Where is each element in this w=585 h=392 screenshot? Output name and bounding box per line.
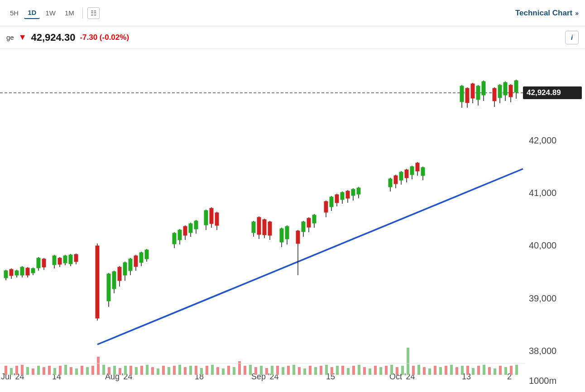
svg-rect-140 [74,254,78,262]
svg-rect-134 [58,258,62,264]
svg-rect-51 [173,366,176,375]
technical-chart-link[interactable]: Technical Chart » [515,9,579,18]
svg-rect-70 [276,366,279,375]
svg-rect-222 [421,167,425,176]
svg-rect-31 [64,365,67,375]
price-bar: ge ▼ 42,924.30 -7.30 (-0.02%) i [0,26,585,49]
info-button[interactable]: i [565,31,579,44]
svg-rect-242 [514,81,518,92]
svg-rect-48 [157,368,159,375]
svg-rect-55 [195,366,197,375]
price-value: 42,924.30 [31,32,76,43]
svg-rect-103 [456,367,458,375]
index-name: ge [6,33,14,41]
svg-rect-142 [96,246,99,318]
svg-rect-128 [37,258,40,268]
svg-rect-44 [135,367,138,375]
svg-rect-84 [352,366,355,375]
candlestick-chart: 42,000 41,000 40,000 39,000 38,000 1000m… [0,49,585,392]
svg-rect-28 [48,366,51,375]
svg-rect-59 [216,367,219,375]
svg-rect-56 [200,368,203,375]
svg-rect-178 [257,217,261,234]
svg-rect-57 [206,366,208,375]
svg-rect-79 [325,365,328,375]
svg-rect-120 [15,271,19,275]
svg-rect-68 [265,368,268,375]
svg-rect-42 [124,366,127,375]
svg-rect-188 [296,231,300,244]
price-change: -7.30 (-0.02%) [80,33,129,42]
svg-rect-113 [510,366,513,375]
svg-rect-111 [499,366,502,375]
svg-rect-170 [204,210,208,225]
svg-text:42,924.89: 42,924.89 [527,88,561,97]
svg-text:40,000: 40,000 [529,240,556,250]
technical-chart-label: Technical Chart [515,9,572,18]
svg-rect-58 [211,365,214,375]
svg-rect-234 [493,88,496,101]
svg-rect-95 [412,366,415,375]
svg-rect-138 [69,255,72,264]
svg-rect-204 [346,191,350,198]
svg-rect-236 [498,85,502,98]
svg-rect-43 [129,366,132,375]
svg-rect-192 [307,218,311,227]
svg-rect-190 [302,222,305,232]
svg-rect-98 [428,368,431,375]
svg-rect-30 [59,366,62,375]
svg-rect-0 [0,49,525,366]
svg-rect-132 [53,256,56,265]
svg-rect-202 [340,192,344,200]
svg-rect-97 [423,367,426,375]
svg-rect-23 [21,365,24,375]
svg-rect-76 [309,366,312,375]
period-1d-button[interactable]: 1D [24,7,40,19]
svg-rect-184 [280,229,283,242]
svg-rect-212 [394,176,398,184]
svg-rect-107 [477,366,480,375]
svg-rect-85 [358,365,360,375]
svg-rect-206 [351,189,355,196]
svg-rect-33 [75,368,78,375]
svg-rect-174 [215,213,219,225]
svg-rect-194 [312,215,316,223]
svg-rect-164 [183,226,187,235]
svg-rect-101 [445,366,447,375]
svg-rect-220 [416,163,419,171]
svg-rect-54 [189,366,192,375]
svg-rect-81 [336,366,339,375]
svg-rect-148 [118,267,121,281]
toolbar: 5H 1D 1W 1M ☷ Technical Chart » [0,0,585,26]
svg-rect-36 [91,366,94,375]
svg-text:39,000: 39,000 [529,293,556,303]
svg-rect-116 [4,271,8,278]
svg-rect-186 [285,226,289,239]
svg-rect-146 [112,272,116,289]
svg-rect-240 [509,85,513,97]
svg-rect-90 [385,366,388,375]
toolbar-divider [82,8,83,19]
svg-rect-34 [81,366,83,375]
svg-rect-47 [151,367,154,375]
svg-rect-25 [32,368,34,375]
news-icon-button[interactable]: ☷ [87,7,100,19]
svg-rect-39 [108,367,110,375]
svg-text:42,000: 42,000 [529,135,556,145]
period-1m-button[interactable]: 1M [61,7,78,19]
svg-rect-52 [178,365,181,375]
period-1w-button[interactable]: 1W [42,7,59,19]
svg-rect-86 [363,367,366,375]
svg-rect-144 [107,274,110,301]
svg-rect-122 [20,267,24,275]
svg-rect-66 [254,367,257,375]
svg-rect-226 [465,88,469,103]
period-5h-button[interactable]: 5H [6,7,22,19]
svg-rect-87 [369,368,371,375]
svg-rect-32 [70,367,72,375]
svg-rect-200 [335,195,339,203]
svg-rect-166 [189,224,192,233]
svg-rect-130 [42,259,46,267]
svg-rect-82 [341,366,344,375]
svg-rect-162 [178,230,182,240]
